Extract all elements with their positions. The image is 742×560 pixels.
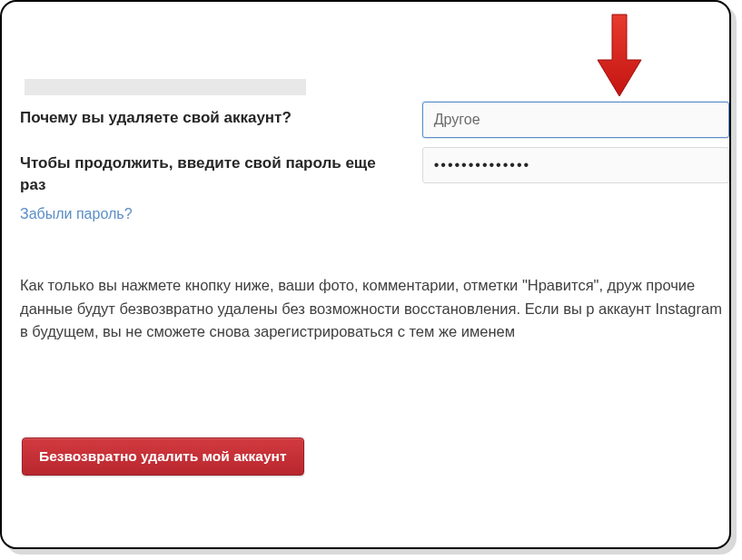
- forgot-password-link[interactable]: Забыли пароль?: [20, 206, 133, 222]
- reason-row: Почему вы удаляете свой аккаунт? Другое: [20, 102, 729, 138]
- redacted-bar: [25, 79, 306, 95]
- cutoff-top-text: [411, 2, 729, 29]
- password-value: ••••••••••••••: [434, 157, 530, 173]
- reason-label: Почему вы удаляете свой аккаунт?: [20, 102, 422, 129]
- warning-text: Как только вы нажмете кнопку ниже, ваши …: [20, 274, 729, 344]
- delete-account-button[interactable]: Безвозвратно удалить мой аккаунт: [22, 437, 304, 476]
- delete-account-frame: Почему вы удаляете свой аккаунт? Другое …: [0, 0, 731, 549]
- reason-select[interactable]: Другое: [422, 102, 729, 138]
- password-input[interactable]: ••••••••••••••: [422, 147, 729, 183]
- password-row: Чтобы продолжить, введите свой пароль ещ…: [20, 147, 729, 196]
- reason-select-value: Другое: [434, 112, 480, 128]
- password-label: Чтобы продолжить, введите свой пароль ещ…: [20, 147, 422, 196]
